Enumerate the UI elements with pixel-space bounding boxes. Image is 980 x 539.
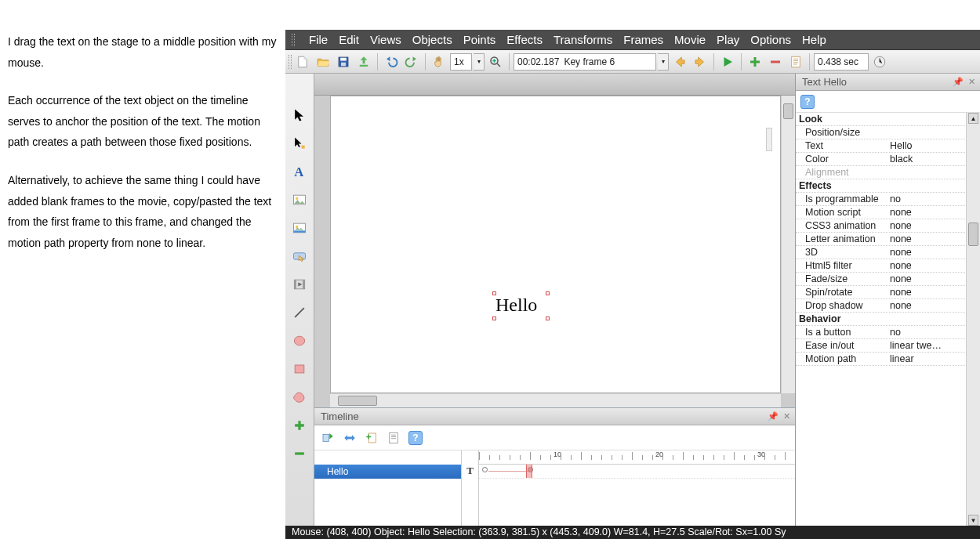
- help-icon[interactable]: ?: [800, 95, 815, 109]
- polygon-tool[interactable]: [289, 387, 310, 407]
- timeline-ruler[interactable]: 10 20 30: [479, 450, 795, 465]
- image-icon: [292, 192, 307, 208]
- undo-button[interactable]: [382, 52, 401, 71]
- menu-frames[interactable]: Frames: [623, 33, 663, 46]
- floppy-icon: [336, 55, 350, 69]
- prop-row-is-programmable[interactable]: Is programmableno: [796, 193, 965, 206]
- movieclip-tool[interactable]: [289, 274, 310, 295]
- rect-tool[interactable]: [289, 359, 310, 379]
- text-tool[interactable]: A: [289, 161, 310, 182]
- zoom-in-button[interactable]: [486, 52, 505, 71]
- prop-row-letter-animation[interactable]: Letter animationnone: [796, 233, 965, 246]
- tl-script-button[interactable]: [385, 429, 402, 447]
- line-icon: [292, 305, 307, 320]
- prop-row-color[interactable]: Colorblack: [796, 153, 965, 166]
- selection-handle[interactable]: [492, 291, 496, 295]
- play-button[interactable]: [718, 52, 737, 71]
- prop-row-drop-shadow[interactable]: Drop shadownone: [796, 299, 965, 313]
- selection-handle[interactable]: [492, 317, 496, 320]
- hand-tool-button[interactable]: [430, 52, 448, 71]
- line-tool[interactable]: [289, 302, 310, 323]
- scroll-thumb[interactable]: [968, 222, 978, 246]
- menubar: File Edit Views Objects Points Effects T…: [285, 30, 980, 50]
- zoom-dropdown[interactable]: ▾: [474, 53, 485, 71]
- remove-button[interactable]: [766, 52, 785, 71]
- tl-insert-button[interactable]: [319, 429, 336, 447]
- menu-effects[interactable]: Effects: [506, 33, 543, 46]
- menu-options[interactable]: Options: [750, 33, 791, 46]
- ellipse-tool[interactable]: [289, 331, 310, 351]
- next-frame-button[interactable]: [691, 52, 710, 71]
- properties-panel: Text Hello 📌 ✕ ? Look Position/size Text…: [795, 74, 980, 526]
- pin-icon[interactable]: 📌: [953, 77, 964, 87]
- menu-objects[interactable]: Objects: [412, 33, 452, 46]
- tween-span[interactable]: [488, 471, 529, 472]
- stage-canvas[interactable]: Hello: [330, 96, 781, 393]
- menu-help[interactable]: Help: [802, 33, 826, 46]
- stage-side-handle[interactable]: [766, 128, 772, 151]
- scroll-thumb[interactable]: [338, 396, 377, 406]
- prop-row-text[interactable]: TextHello: [796, 139, 965, 153]
- clock-button[interactable]: [870, 52, 889, 71]
- keyframe-marker[interactable]: [482, 467, 488, 472]
- notes-button[interactable]: [786, 52, 805, 71]
- add-layer-tool[interactable]: [289, 415, 310, 436]
- frame-dropdown[interactable]: ▾: [658, 53, 669, 71]
- menu-play[interactable]: Play: [717, 33, 739, 46]
- stage-text-object[interactable]: Hello: [495, 295, 537, 316]
- prop-row-position-size[interactable]: Position/size: [796, 126, 965, 139]
- select-tool[interactable]: [289, 105, 310, 125]
- duration-input[interactable]: 0.438 sec: [814, 53, 869, 71]
- new-button[interactable]: [293, 52, 312, 71]
- time-frame-display[interactable]: 00:02.187 Key frame 6: [514, 53, 656, 71]
- prop-row-html5-filter[interactable]: Html5 filternone: [796, 259, 965, 273]
- prop-row-css3-animation[interactable]: CSS3 animationnone: [796, 219, 965, 233]
- timeline-layer-row[interactable]: Hello: [314, 465, 461, 479]
- prev-frame-button[interactable]: [670, 52, 689, 71]
- close-icon[interactable]: ✕: [968, 77, 975, 87]
- close-icon[interactable]: ✕: [783, 411, 790, 421]
- open-button[interactable]: [314, 52, 332, 71]
- add-button[interactable]: [746, 52, 764, 71]
- timeline-layers-column: Hello: [314, 450, 462, 526]
- properties-vscrollbar[interactable]: ▲ ▼: [966, 113, 980, 526]
- timeline-track-area[interactable]: 10 20 30: [479, 450, 795, 526]
- image-tool[interactable]: [289, 190, 310, 210]
- subselect-tool[interactable]: [289, 133, 310, 154]
- stage-vscrollbar[interactable]: [781, 96, 795, 393]
- redo-button[interactable]: [402, 52, 421, 71]
- tl-help-button[interactable]: ?: [407, 429, 424, 447]
- menu-views[interactable]: Views: [370, 33, 401, 46]
- menu-file[interactable]: File: [309, 33, 328, 46]
- prop-row-ease-in-out[interactable]: Ease in/outlinear twe…: [796, 339, 965, 353]
- remove-layer-tool[interactable]: [289, 443, 310, 464]
- menu-movie[interactable]: Movie: [674, 33, 706, 46]
- pin-icon[interactable]: 📌: [768, 411, 779, 421]
- text-a-icon: A: [292, 164, 307, 179]
- prop-row-motion-script[interactable]: Motion scriptnone: [796, 206, 965, 219]
- selection-handle[interactable]: [546, 291, 550, 295]
- button-tool[interactable]: [289, 246, 310, 266]
- scroll-down-button[interactable]: ▼: [968, 515, 978, 526]
- tl-move-button[interactable]: [341, 429, 358, 447]
- menu-transforms[interactable]: Transforms: [554, 33, 612, 46]
- doc-column: I drag the text on the stage to a middle…: [8, 31, 282, 270]
- stage-hscrollbar[interactable]: [330, 393, 781, 407]
- prop-row-spin-rotate[interactable]: Spin/rotatenone: [796, 286, 965, 299]
- prop-row-motion-path[interactable]: Motion pathlinear: [796, 353, 965, 366]
- export-button[interactable]: [354, 52, 373, 71]
- prop-row-is-a-button[interactable]: Is a buttonno: [796, 326, 965, 339]
- tl-addframe-button[interactable]: [363, 429, 380, 447]
- playhead[interactable]: [526, 465, 532, 478]
- scroll-up-button[interactable]: ▲: [968, 113, 978, 124]
- save-button[interactable]: [334, 52, 353, 71]
- menu-edit[interactable]: Edit: [339, 33, 359, 46]
- selection-handle[interactable]: [546, 317, 550, 320]
- timeline-track[interactable]: [479, 465, 795, 479]
- zoom-input[interactable]: 1x: [450, 53, 472, 71]
- prop-row-3d[interactable]: 3Dnone: [796, 246, 965, 259]
- scroll-thumb[interactable]: [783, 103, 793, 119]
- prop-row-fade-size[interactable]: Fade/sizenone: [796, 273, 965, 286]
- menu-points[interactable]: Points: [463, 33, 496, 46]
- video-tool[interactable]: [289, 218, 310, 238]
